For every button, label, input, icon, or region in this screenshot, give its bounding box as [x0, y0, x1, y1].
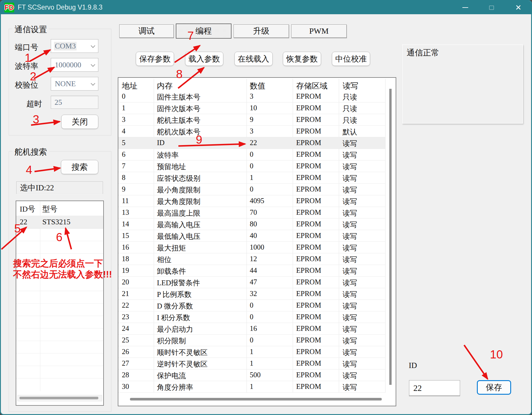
memory-table-cell: EPROM: [296, 174, 321, 182]
memory-table-cell: 27: [122, 359, 129, 367]
memory-table-row[interactable]: 8应答状态级别1EPROM读写: [118, 172, 385, 184]
memory-table-rows: 0固件主版本号3EPROM只读1固件次版本号10EPROM只读3舵机主版本号9E…: [118, 91, 385, 393]
restore-params-button[interactable]: 恢复参数: [283, 52, 321, 66]
minimize-button[interactable]: [455, 1, 475, 14]
memory-table-cell: 40: [250, 232, 257, 240]
memory-table-row[interactable]: 26顺时针不灵敏区1EPROM读写: [118, 346, 385, 358]
timeout-input[interactable]: 25: [51, 96, 98, 109]
memory-table-cell: 舵机次版本号: [157, 127, 200, 137]
memory-table-row[interactable]: 7预留地址0EPROM读写: [118, 160, 385, 172]
memory-table-row[interactable]: 0固件主版本号3EPROM只读: [118, 91, 385, 102]
memory-table-cell: 80: [250, 220, 257, 228]
memory-table-cell: 读写: [343, 139, 357, 148]
memory-table-cell: 最小角度限制: [157, 185, 200, 195]
midpoint-calibration-button[interactable]: 中位校准: [332, 52, 370, 66]
save-params-button[interactable]: 保存参数: [136, 52, 174, 66]
servo-list-hscrollbar-thumb[interactable]: [19, 397, 98, 399]
memory-table-cell: P 比例系数: [157, 290, 191, 299]
memory-table-cell: 18: [122, 255, 129, 263]
memory-table-cell: 25: [122, 336, 129, 344]
memory-table-cell: 4: [122, 127, 126, 135]
memory-table-row[interactable]: 13最高温度上限70EPROM读写: [118, 207, 385, 219]
memory-table-cell: 读写: [343, 174, 357, 183]
memory-table-cell: 15: [122, 232, 129, 240]
memory-table-row[interactable]: 25积分限制0EPROM读写: [118, 335, 385, 346]
memory-table-cell: EPROM: [296, 197, 321, 205]
memory-table-cell: 最高温度上限: [157, 208, 200, 218]
memory-table-row[interactable]: 18相位12EPROM读写: [118, 253, 385, 265]
port-label: 端口号: [15, 42, 38, 53]
memtable-vscrollbar-thumb[interactable]: [389, 89, 392, 385]
close-window-button[interactable]: ✕: [508, 1, 529, 14]
memory-table-row[interactable]: 4舵机次版本号3EPROM默认: [118, 126, 385, 137]
id-input[interactable]: 22: [409, 380, 460, 396]
memory-table-cell: 读写: [343, 278, 357, 288]
memory-table-row[interactable]: 5ID22EPROM读写: [118, 137, 385, 149]
maximize-button[interactable]: [481, 1, 502, 14]
search-button[interactable]: 搜索: [61, 160, 98, 174]
memory-table-row[interactable]: 16最大扭矩1000EPROM读写: [118, 242, 385, 253]
memory-table-cell: 最高输入电压: [157, 220, 200, 230]
memory-table-cell: 0: [250, 336, 254, 344]
memtable-hscrollbar-thumb[interactable]: [130, 398, 382, 400]
tab-debug[interactable]: 调试: [119, 24, 174, 38]
servo-list-hscrollbar[interactable]: [17, 395, 102, 401]
memory-table-cell: 16: [250, 324, 257, 333]
memory-table-row[interactable]: 23I 积分系数0EPROM读写: [118, 311, 385, 323]
comm-settings-group-label: 通信设置: [12, 24, 49, 35]
servo-list-gridlines: [16, 229, 103, 390]
memory-table-row[interactable]: 20LED报警条件47EPROM读写: [118, 277, 385, 288]
save-id-button[interactable]: 保存: [477, 380, 511, 395]
parity-combo[interactable]: NONE: [51, 77, 98, 91]
servo-list-header-id: ID号: [20, 204, 35, 214]
memory-table-row[interactable]: 22D 微分系数0EPROM读写: [118, 300, 385, 311]
online-load-button[interactable]: 在线载入: [234, 52, 273, 66]
memory-table-cell: 13: [122, 208, 129, 216]
memory-table-cell: 1: [250, 382, 254, 391]
app-icon: FD: [4, 3, 14, 12]
memory-table-row[interactable]: 28保护电流500EPROM读写: [118, 369, 385, 381]
memory-table-row[interactable]: 14最高输入电压80EPROM读写: [118, 219, 385, 230]
servo-list-row[interactable]: 22 STS3215: [16, 216, 103, 229]
memory-table-cell: EPROM: [296, 348, 321, 356]
parity-label: 校验位: [15, 80, 38, 90]
memory-table-row[interactable]: 27逆时针不灵敏区1EPROM读写: [118, 358, 385, 369]
memory-table-cell: 1: [250, 348, 254, 356]
memory-table-row[interactable]: 15最低输入电压40EPROM读写: [118, 230, 385, 242]
memory-table-cell: 22: [122, 301, 129, 309]
memory-table-cell: EPROM: [296, 92, 321, 100]
memory-table-row[interactable]: 19卸载条件44EPROM读写: [118, 265, 385, 277]
memory-table-cell: 读写: [343, 336, 357, 346]
tab-pwm[interactable]: PWM: [291, 24, 347, 38]
memory-table-row[interactable]: 11最大角度限制4095EPROM读写: [118, 195, 385, 207]
memory-table-cell: 读写: [343, 197, 357, 206]
servo-list-header-model: 型号: [42, 204, 57, 214]
tab-upgrade[interactable]: 升级: [234, 24, 289, 38]
load-params-button[interactable]: 载入参数: [185, 52, 223, 66]
baud-label: 波特率: [15, 61, 38, 71]
memory-table-row[interactable]: 21P 比例系数32EPROM读写: [118, 288, 385, 300]
memory-table-cell: EPROM: [296, 185, 321, 193]
baud-combo[interactable]: 1000000: [51, 58, 98, 72]
tab-programming[interactable]: 编程: [176, 24, 231, 39]
baud-combo-value: 1000000: [54, 61, 82, 69]
id-label: ID: [409, 361, 417, 370]
memory-table: 地址 内存 数值 存储区域 读写 0固件主版本号3EPROM只读1固件次版本号1…: [118, 77, 396, 406]
memory-table-cell: 4095: [250, 197, 264, 205]
memory-table-row[interactable]: 1固件次版本号10EPROM只读: [118, 102, 385, 114]
memory-table-row[interactable]: 6波特率0EPROM读写: [118, 149, 385, 160]
memory-table-cell: 22: [250, 139, 257, 147]
status-text: 通信正常: [407, 47, 439, 58]
annotation-note-line2: 不然右边无法载入参数!!!: [13, 268, 112, 281]
servo-search-group-label: 舵机搜索: [12, 147, 49, 158]
memory-table-row[interactable]: 9最小角度限制0EPROM读写: [118, 184, 385, 195]
memory-table-cell: EPROM: [296, 139, 321, 147]
memory-table-cell: 读写: [343, 371, 357, 380]
memory-table-row[interactable]: 30角度分辨率1EPROM读写: [118, 381, 385, 393]
memory-table-cell: 最大角度限制: [157, 197, 200, 206]
close-port-button[interactable]: 关闭: [61, 115, 98, 129]
memory-table-row[interactable]: 3舵机主版本号9EPROM只读: [118, 114, 385, 126]
memory-table-row[interactable]: 24最小启动力16EPROM读写: [118, 323, 385, 335]
port-combo[interactable]: COM3: [51, 39, 98, 53]
memory-table-cell: EPROM: [296, 359, 321, 367]
